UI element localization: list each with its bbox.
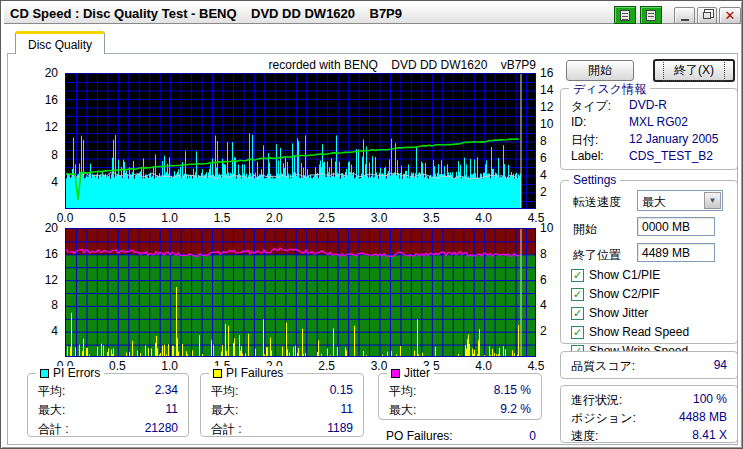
total-value: 1189 <box>327 421 353 438</box>
pi-failures-swatch <box>213 369 222 378</box>
start-button[interactable]: 開始 <box>566 60 634 81</box>
exit-button[interactable]: 終了(X) <box>653 59 735 82</box>
quality-score-label: 品質スコア: <box>571 358 635 375</box>
total-label: 合計 : <box>38 421 69 438</box>
disc-date-label: 日付: <box>571 132 598 149</box>
position-label: ポジション: <box>571 410 636 427</box>
checkbox-label: Show Read Speed <box>589 325 689 339</box>
pi-errors-group: PI Errors 平均:2.34 最大:11 合計 :21280 <box>27 373 189 437</box>
axis-tick-label: 0.5 <box>100 359 134 373</box>
checkbox-icon: ✓ <box>571 269 584 282</box>
checkbox-show-jitter[interactable]: ✓Show Jitter <box>571 306 648 320</box>
pi-errors-caption: PI Errors <box>36 366 104 380</box>
start-position-label: 開始 <box>573 221 597 238</box>
axis-tick-label: 8 <box>540 134 547 148</box>
checkbox-show-c2-pif[interactable]: ✓Show C2/PIF <box>571 287 660 301</box>
disc-type-label: タイプ: <box>571 98 611 115</box>
progress-label: 進行状況: <box>571 392 622 409</box>
axis-tick-label: 4.0 <box>467 359 501 373</box>
total-value: 21280 <box>145 421 178 438</box>
pif-jitter-chart <box>65 228 536 357</box>
checkbox-label: Show C1/PIE <box>589 268 660 282</box>
axis-tick-label: 4 <box>28 324 58 338</box>
drive-icon[interactable] <box>640 6 662 24</box>
axis-tick-label: 16 <box>28 93 58 107</box>
checkbox-show-c1-pie[interactable]: ✓Show C1/PIE <box>571 268 660 282</box>
pi-failures-caption: PI Failures <box>209 366 287 380</box>
total-label: 合計 : <box>211 421 242 438</box>
speed-value: 8.41 X <box>692 428 727 445</box>
axis-tick-label: 4 <box>540 298 547 312</box>
avg-label: 平均: <box>389 383 416 400</box>
tab-pane: recorded with BENQ DVD DD DW1620 vB7P9 2… <box>7 53 738 445</box>
pi-failures-group: PI Failures 平均:0.15 最大:11 合計 :1189 <box>200 373 364 437</box>
disc-type-value: DVD-R <box>629 98 667 112</box>
close-icon: ✕ <box>725 9 736 22</box>
position-value: 4488 MB <box>679 410 727 427</box>
progress-group: 進行状況:100 % ポジション:4488 MB 速度:8.41 X <box>560 385 738 443</box>
restore-button[interactable] <box>697 7 717 24</box>
progress-value: 100 % <box>693 392 727 409</box>
axis-tick-label: 2.5 <box>310 359 344 373</box>
app-window: CD Speed : Disc Quality Test - BENQ DVD … <box>0 0 743 449</box>
axis-tick-label: 6 <box>540 273 547 287</box>
disc-info-group: ディスク情報 タイプ:DVD-R ID:MXL RG02 日付:12 Janua… <box>560 88 738 170</box>
drive-glyph <box>646 10 656 21</box>
settings-caption: Settings <box>569 173 620 187</box>
avg-value: 0.15 <box>330 383 353 400</box>
chevron-down-icon[interactable]: ▼ <box>704 192 721 209</box>
max-label: 最大: <box>389 402 416 419</box>
disc-id-value: MXL RG02 <box>629 115 688 129</box>
end-position-input[interactable]: 4489 MB <box>637 243 715 262</box>
axis-tick-label: 14 <box>540 83 553 97</box>
axis-tick-label: 12 <box>28 120 58 134</box>
max-value: 11 <box>341 402 353 419</box>
minimize-button[interactable] <box>674 7 695 24</box>
axis-tick-label: 12 <box>28 273 58 287</box>
end-position-label: 終了位置 <box>573 247 621 264</box>
axis-tick-label: 10 <box>540 221 553 235</box>
jitter-swatch <box>391 369 400 378</box>
close-button[interactable]: ✕ <box>719 7 741 24</box>
axis-tick-label: 4 <box>28 175 58 189</box>
exit-button-label: 終了(X) <box>663 60 725 81</box>
axis-tick-label: 16 <box>28 247 58 261</box>
axis-tick-label: 1.5 <box>205 211 239 225</box>
axis-tick-label: 1.0 <box>153 211 187 225</box>
tab-label: Disc Quality <box>28 38 92 52</box>
axis-tick-label: 2.5 <box>310 211 344 225</box>
axis-tick-label: 8 <box>28 298 58 312</box>
window-title: CD Speed : Disc Quality Test - BENQ DVD … <box>10 6 402 21</box>
checkbox-icon: ✓ <box>571 326 584 339</box>
axis-tick-label: 4.5 <box>519 359 553 373</box>
report-icon[interactable] <box>614 6 636 24</box>
transfer-speed-value: 最大 <box>642 194 666 211</box>
pie-speed-chart <box>65 73 536 209</box>
transfer-speed-label: 転送速度 <box>573 194 621 211</box>
transfer-speed-select[interactable]: 最大 ▼ <box>637 190 723 211</box>
disc-label-value: CDS_TEST_B2 <box>629 149 713 163</box>
quality-score-group: 品質スコア:94 <box>560 351 738 379</box>
avg-value: 8.15 % <box>494 383 531 400</box>
axis-tick-label: 1.0 <box>153 359 187 373</box>
start-position-input[interactable]: 0000 MB <box>637 217 715 236</box>
disc-info-caption: ディスク情報 <box>569 81 650 98</box>
po-failures-value: 0 <box>529 429 536 443</box>
avg-label: 平均: <box>211 383 238 400</box>
checkbox-label: Show C2/PIF <box>589 287 660 301</box>
checkbox-show-read-speed[interactable]: ✓Show Read Speed <box>571 325 689 339</box>
max-value: 11 <box>166 402 178 419</box>
jitter-group: Jitter 平均:8.15 % 最大:9.2 % <box>378 373 542 420</box>
restore-icon <box>703 12 711 19</box>
axis-tick-label: 16 <box>540 66 553 80</box>
axis-tick-label: 4.0 <box>467 211 501 225</box>
tab-disc-quality[interactable]: Disc Quality <box>15 31 105 54</box>
axis-tick-label: 4 <box>540 168 547 182</box>
title-bar[interactable]: CD Speed : Disc Quality Test - BENQ DVD … <box>4 3 741 24</box>
axis-tick-label: 3.0 <box>362 211 396 225</box>
checkbox-label: Show Jitter <box>589 306 648 320</box>
axis-tick-label: 8 <box>540 247 547 261</box>
po-failures-label: PO Failures: <box>386 429 453 443</box>
max-label: 最大: <box>211 402 238 419</box>
axis-tick-label: 8 <box>28 148 58 162</box>
